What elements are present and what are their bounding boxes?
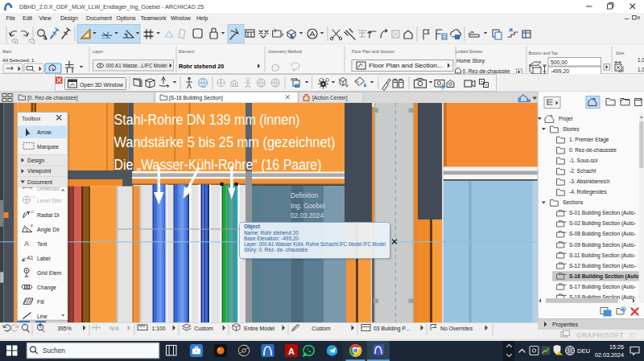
svg-text:Label: Label xyxy=(37,256,51,261)
svg-text:DEU: DEU xyxy=(577,347,590,355)
svg-text:S-11 Building Section (Auto-: S-11 Building Section (Auto- xyxy=(569,252,635,259)
svg-text:Arrow: Arrow xyxy=(37,129,52,135)
svg-text:Main:: Main: xyxy=(2,49,13,54)
svg-text:Edit: Edit xyxy=(23,15,32,21)
svg-text:[0. Rez-de-chaussée]: [0. Rez-de-chaussée] xyxy=(27,95,78,101)
svg-text:Help: Help xyxy=(196,15,208,22)
svg-text:Change: Change xyxy=(37,285,56,291)
svg-text:A1: A1 xyxy=(27,255,34,260)
svg-text:Viewpoint: Viewpoint xyxy=(27,168,51,174)
svg-text:Entire Model: Entire Model xyxy=(244,326,275,331)
svg-text:α: α xyxy=(31,224,33,228)
svg-text:Suchen: Suchen xyxy=(43,347,65,355)
svg-text:Geometry Method:: Geometry Method: xyxy=(268,49,303,54)
svg-text:-1. Sous-sol: -1. Sous-sol xyxy=(569,158,598,163)
svg-text:1:100: 1:100 xyxy=(151,326,165,331)
svg-text:S-02 Building Section (Auto-: S-02 Building Section (Auto- xyxy=(569,220,636,227)
svg-text:S-12 Building Section (Auto-: S-12 Building Section (Auto- xyxy=(569,263,636,269)
svg-text:Ing. Goebel: Ing. Goebel xyxy=(291,203,325,210)
svg-text:Base Elevation: -499,20: Base Elevation: -499,20 xyxy=(244,236,299,241)
svg-text:A: A xyxy=(288,347,295,356)
svg-text:S-16 Building Section (Auto: S-16 Building Section (Auto xyxy=(569,273,639,280)
svg-text:Custom: Custom xyxy=(312,326,331,331)
svg-text:View: View xyxy=(39,15,52,21)
svg-text:Marquee: Marquee xyxy=(37,144,59,150)
svg-text:Design: Design xyxy=(60,15,78,22)
svg-text:[S-16 Building Section]: [S-16 Building Section] xyxy=(169,95,223,101)
svg-text:Custom: Custom xyxy=(194,326,213,331)
svg-text:0. Rez-de-chaussée: 0. Rez-de-chaussée xyxy=(463,68,510,74)
svg-text:Bottom and Top:: Bottom and Top: xyxy=(529,51,559,55)
svg-text:02.03.2024: 02.03.2024 xyxy=(595,351,624,359)
svg-text:Window: Window xyxy=(171,15,192,21)
svg-text:Element:: Element: xyxy=(179,49,195,54)
svg-text:-4. Rotlegendes: -4. Rotlegendes xyxy=(569,189,607,195)
svg-text:Name: Rohr stehend 20: Name: Rohr stehend 20 xyxy=(244,230,299,236)
svg-text:Teamwork: Teamwork xyxy=(141,15,167,21)
svg-text:Story: 0. Rez- de- chaussée: Story: 0. Rez- de- chaussée xyxy=(244,247,308,253)
svg-text:N/A: N/A xyxy=(109,326,119,331)
svg-text:Document: Document xyxy=(27,179,52,185)
svg-text:1.0: 1.0 xyxy=(31,195,35,199)
svg-text:S-17 Building Section (Auto-: S-17 Building Section (Auto- xyxy=(569,284,636,290)
svg-text:Stahl-Rohre DN 139 mm (innen): Stahl-Rohre DN 139 mm (innen) xyxy=(114,111,300,128)
svg-text:Open 3D Window: Open 3D Window xyxy=(80,82,124,88)
svg-text:Line: Line xyxy=(37,314,47,319)
svg-text:-2. Schacht: -2. Schacht xyxy=(569,168,597,174)
svg-text:Angle Dir: Angle Dir xyxy=(37,227,60,233)
svg-text:Floor Plan and Section:: Floor Plan and Section: xyxy=(352,49,395,54)
svg-text:File: File xyxy=(6,15,15,21)
svg-text:No Overrides: No Overrides xyxy=(440,326,473,331)
svg-text:1.2: 1.2 xyxy=(30,211,34,214)
svg-text:Rohr stehend 20: Rohr stehend 20 xyxy=(179,63,224,70)
svg-text:Dimensio: Dimensio xyxy=(37,186,60,191)
svg-text:Projet: Projet xyxy=(559,116,572,122)
svg-text:Grid Elem: Grid Elem xyxy=(37,270,62,276)
svg-text:All Selected: 1: All Selected: 1 xyxy=(2,57,35,63)
svg-text:15:26: 15:26 xyxy=(609,343,624,351)
svg-text:Home Story:: Home Story: xyxy=(456,58,486,64)
svg-text:-499,20: -499,20 xyxy=(551,68,569,74)
svg-text:Layer:: Layer: xyxy=(93,49,104,54)
svg-text:Linked Stories:: Linked Stories: xyxy=(456,49,483,54)
svg-text:500,00: 500,00 xyxy=(551,59,568,65)
svg-text:Properties: Properties xyxy=(552,322,578,328)
svg-text:[Action Center]: [Action Center] xyxy=(312,95,348,101)
svg-text:Document: Document xyxy=(86,15,112,21)
svg-text:000 A1 Wasse...LIFC Model: 000 A1 Wasse...LIFC Model xyxy=(106,63,167,68)
svg-text:395%: 395% xyxy=(57,326,71,331)
svg-text:Design: Design xyxy=(27,158,44,164)
svg-text:1,0: 1,0 xyxy=(638,67,644,72)
svg-text:03 Building P...: 03 Building P... xyxy=(374,326,410,332)
svg-text:-3. Absinkbereich: -3. Absinkbereich xyxy=(569,178,610,184)
svg-text:Sections: Sections xyxy=(563,199,584,205)
svg-text:Options: Options xyxy=(117,15,137,22)
svg-text:Die „Wasser-Kühl-Rohre“ (16 Pa: Die „Wasser-Kühl-Rohre“ (16 Paare) xyxy=(114,156,322,173)
svg-text:Toolbox: Toolbox xyxy=(22,116,41,121)
svg-text:Wandstärke 5 bis 25 mm (gezeic: Wandstärke 5 bis 25 mm (gezeichnet) xyxy=(114,133,336,150)
svg-text:1. Premier Etage: 1. Premier Etage xyxy=(569,137,609,143)
svg-text:GRAPHISOFT: GRAPHISOFT xyxy=(576,331,624,339)
svg-text:1,0: 1,0 xyxy=(638,57,644,63)
svg-text:S-08 Building Section (Auto-: S-08 Building Section (Auto- xyxy=(569,231,636,237)
svg-text:02.03.2024: 02.03.2024 xyxy=(291,212,324,219)
svg-text:0. Rez-de-chaussée: 0. Rez-de-chaussée xyxy=(569,147,617,153)
svg-text:A: A xyxy=(24,240,29,248)
svg-text:Stories: Stories xyxy=(563,126,580,132)
svg-text:Fill: Fill xyxy=(37,299,44,305)
svg-text:Text: Text xyxy=(37,241,47,247)
svg-text:Level Dim: Level Dim xyxy=(37,198,62,203)
svg-text:Floor Plan and Section...: Floor Plan and Section... xyxy=(369,63,443,68)
svg-text:ID: ID xyxy=(629,331,635,339)
svg-text:Radial Di: Radial Di xyxy=(37,212,60,218)
svg-text:DBHD_2.0.X_GDF_MLW_LLW_Endlage: DBHD_2.0.X_GDF_MLW_LLW_Endlager_Ing_Goeb… xyxy=(19,3,204,10)
svg-text:Size:: Size: xyxy=(616,51,625,55)
svg-text:S-09 Building Section (Auto-: S-09 Building Section (Auto- xyxy=(569,242,636,248)
svg-text:S-01 Building Section (Auto-: S-01 Building Section (Auto- xyxy=(569,210,636,216)
svg-text:Definition: Definition xyxy=(291,192,319,199)
